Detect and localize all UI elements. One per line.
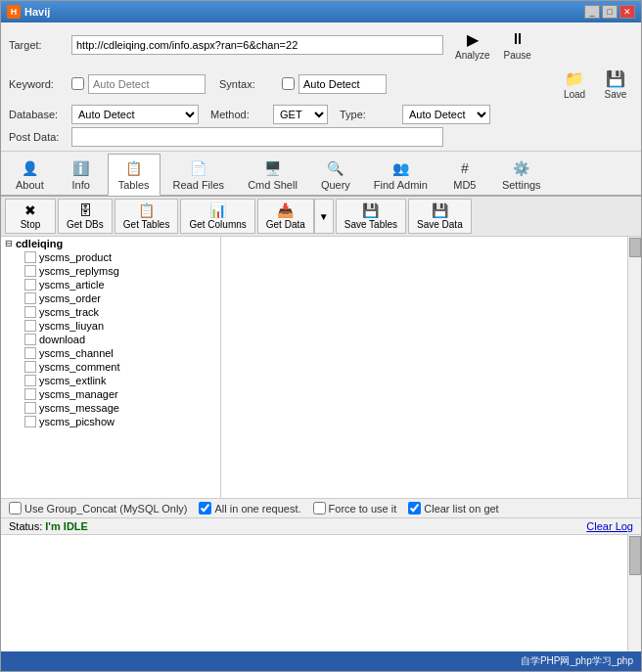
clear-log-button[interactable]: Clear Log xyxy=(586,520,633,532)
tree-item[interactable]: yscms_product xyxy=(1,250,220,264)
nav-item-settings[interactable]: ⚙️Settings xyxy=(491,154,552,195)
nav-item-md5[interactable]: #MD5 xyxy=(440,154,489,195)
tree-item[interactable]: yscms_message xyxy=(1,401,220,415)
syntax-label: Syntax: xyxy=(219,78,278,90)
tree-item[interactable]: yscms_picshow xyxy=(1,415,220,428)
nav-item-read_files[interactable]: 📄Read Files xyxy=(162,154,236,195)
tree-item-label: yscms_comment xyxy=(39,361,120,373)
bottom-options: Use Group_Concat (MySQL Only) All in one… xyxy=(1,498,641,517)
target-input[interactable] xyxy=(71,35,443,55)
load-button[interactable]: 📁 Load xyxy=(557,66,592,102)
save-button[interactable]: 💾 Save xyxy=(598,66,633,102)
all-in-one-label: All in one request. xyxy=(214,503,300,515)
tree-item-label: yscms_extlink xyxy=(39,375,106,386)
bottom-bar: 自学PHP网_php学习_php xyxy=(1,651,641,671)
database-select[interactable]: Auto Detect xyxy=(71,105,199,124)
postdata-input[interactable] xyxy=(71,127,443,147)
tree-checkbox[interactable] xyxy=(24,265,36,277)
nav-item-about[interactable]: 👤About xyxy=(5,154,55,195)
tree-item[interactable]: yscms_comment xyxy=(1,360,220,374)
use-group-concat-checkbox[interactable] xyxy=(9,502,22,515)
tree-item-label: yscms_track xyxy=(39,306,99,318)
tree-checkbox[interactable] xyxy=(24,279,36,291)
action-label-get_data: Get Data xyxy=(266,219,305,230)
nav-icon-md5: # xyxy=(455,158,475,178)
log-scrollbar[interactable] xyxy=(627,535,641,651)
all-in-one-checkbox[interactable] xyxy=(199,502,211,515)
keyword-input[interactable] xyxy=(88,74,206,94)
analyze-button[interactable]: ▶ Analyze xyxy=(451,26,494,63)
nav-label-find_admin: Find Admin xyxy=(374,179,428,191)
target-label: Target: xyxy=(9,39,68,51)
tree-item[interactable]: yscms_channel xyxy=(1,346,220,360)
tree-item[interactable]: yscms_extlink xyxy=(1,374,220,387)
tree-checkbox[interactable] xyxy=(24,334,36,345)
tree-checkbox[interactable] xyxy=(24,306,36,318)
action-btn-get_tables[interactable]: 📋Get Tables xyxy=(115,199,179,234)
action-btn-get_columns[interactable]: 📊Get Columns xyxy=(180,199,254,234)
app-icon: H xyxy=(7,5,21,19)
nav-label-cmd_shell: Cmd Shell xyxy=(248,179,298,191)
tree-item[interactable]: download xyxy=(1,333,220,346)
syntax-checkbox[interactable] xyxy=(282,77,295,90)
status-label: Status: xyxy=(9,520,42,532)
close-button[interactable]: ✕ xyxy=(619,5,635,19)
minimize-button[interactable]: _ xyxy=(584,5,600,19)
tree-item[interactable]: yscms_replymsg xyxy=(1,264,220,278)
method-select[interactable]: GET xyxy=(273,105,328,124)
method-label: Method: xyxy=(210,109,269,120)
tree-item-label: yscms_picshow xyxy=(39,416,115,427)
pause-icon: ⏸ xyxy=(507,28,528,50)
log-scroll-thumb[interactable] xyxy=(629,536,641,575)
tree-checkbox[interactable] xyxy=(24,361,36,373)
nav-icon-find_admin: 👥 xyxy=(390,158,410,178)
nav-item-query[interactable]: 🔍Query xyxy=(310,154,361,195)
log-area xyxy=(1,534,641,651)
tree-checkbox[interactable] xyxy=(24,416,36,427)
tree-item[interactable]: yscms_liuyan xyxy=(1,319,220,333)
tree-checkbox[interactable] xyxy=(24,375,36,386)
force-to-use-checkbox[interactable] xyxy=(313,502,326,515)
action-btn-get_dbs[interactable]: 🗄Get DBs xyxy=(58,199,113,234)
tree-item[interactable]: yscms_order xyxy=(1,291,220,305)
nav-item-info[interactable]: ℹ️Info xyxy=(57,154,106,195)
tree-checkbox[interactable] xyxy=(24,402,36,414)
tree-item[interactable]: yscms_track xyxy=(1,305,220,319)
status-value: I'm IDLE xyxy=(45,520,88,532)
clear-list-wrap: Clear list on get xyxy=(408,502,498,515)
tree-item-label: yscms_channel xyxy=(39,347,114,359)
tree-item[interactable]: yscms_article xyxy=(1,278,220,291)
action-toolbar: ✖Stop🗄Get DBs📋Get Tables📊Get Columns📥Get… xyxy=(1,197,641,237)
tree-checkbox[interactable] xyxy=(24,388,36,400)
tree-checkbox[interactable] xyxy=(24,251,36,263)
tree-checkbox[interactable] xyxy=(24,347,36,359)
clear-list-checkbox[interactable] xyxy=(408,502,421,515)
force-to-use-label: Force to use it xyxy=(329,503,397,515)
main-window: H Havij _ □ ✕ Target: ▶ Analyze ⏸ Pause xyxy=(0,0,642,672)
tree-checkbox[interactable] xyxy=(24,320,36,332)
action-btn-get_data[interactable]: 📥Get Data xyxy=(257,199,314,234)
use-group-concat-label: Use Group_Concat (MySQL Only) xyxy=(24,503,187,515)
syntax-input[interactable] xyxy=(298,74,387,94)
nav-item-cmd_shell[interactable]: 🖥️Cmd Shell xyxy=(237,154,308,195)
pause-button[interactable]: ⏸ Pause xyxy=(500,26,535,63)
keyword-checkbox[interactable] xyxy=(71,77,84,90)
data-scrollbar[interactable] xyxy=(627,237,641,498)
maximize-button[interactable]: □ xyxy=(602,5,618,19)
scroll-thumb[interactable] xyxy=(629,238,641,257)
action-btn-stop[interactable]: ✖Stop xyxy=(5,199,56,234)
database-label: Database: xyxy=(9,109,68,120)
nav-label-settings: Settings xyxy=(502,179,541,191)
tree-checkbox[interactable] xyxy=(24,292,36,304)
tree-item-label: yscms_replymsg xyxy=(39,265,119,277)
action-btn-save_data[interactable]: 💾Save Data xyxy=(408,199,472,234)
nav-item-find_admin[interactable]: 👥Find Admin xyxy=(363,154,438,195)
nav-item-tables[interactable]: 📋Tables xyxy=(108,154,160,196)
status-bar: Status: I'm IDLE Clear Log xyxy=(1,517,641,534)
load-label: Load xyxy=(564,89,585,100)
tree-root[interactable]: ⊟ cdleiqing xyxy=(1,237,220,250)
tree-item[interactable]: yscms_manager xyxy=(1,387,220,401)
type-select[interactable]: Auto Detect xyxy=(402,105,490,124)
get-data-dropdown[interactable]: ▼ xyxy=(314,199,334,234)
action-btn-save_tables[interactable]: 💾Save Tables xyxy=(336,199,406,234)
